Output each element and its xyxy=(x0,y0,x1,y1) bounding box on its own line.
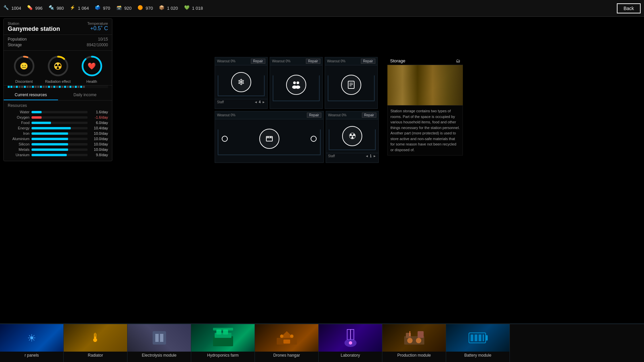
resource-name: Water xyxy=(8,110,30,114)
station-stats: Population 10/15 Storage 8942/10000 xyxy=(4,35,112,51)
repair-button-2[interactable]: Repair xyxy=(306,59,320,64)
staff-controls-5: ◄ 1 ► xyxy=(365,154,376,158)
resource-row: Uranium 9.8/day xyxy=(8,153,108,157)
radiation-label: Radiation effect xyxy=(45,79,70,83)
module-body-1: ❄ xyxy=(215,65,267,99)
svg-point-7 xyxy=(297,81,299,84)
staff-label-1: Staff xyxy=(217,100,224,104)
building-item-hydro[interactable]: Hydroponics farm xyxy=(191,324,255,362)
tab-current-resources[interactable]: Current resources xyxy=(4,90,58,100)
building-item-electrolysis[interactable]: Electrolysis module xyxy=(127,324,191,362)
resource-bar-bg xyxy=(32,111,88,113)
module-top-2: Wearout 0% Repair xyxy=(270,57,322,65)
bottom-bar: ☀ r panels 🌡 Radiator Electrolysis modul… xyxy=(0,323,644,362)
svg-rect-37 xyxy=(418,331,424,338)
staff-count-1: 4 xyxy=(259,100,261,104)
svg-point-9 xyxy=(296,85,300,89)
resource-tabs: Current resources Daily income xyxy=(4,90,112,101)
resource-icon-7: 🟠 xyxy=(138,5,144,12)
module-footer-1: Staff ◄ 4 ► xyxy=(215,99,267,105)
module-card-1: Wearout 0% Repair ❄ Staff ◄ 4 ► xyxy=(215,57,268,109)
module-top-4: Wearout 0% Repair xyxy=(215,111,323,119)
building-image-electrolysis xyxy=(127,324,191,352)
resource-value-2: 996 xyxy=(35,6,43,11)
module-icon-2 xyxy=(286,75,306,95)
resource-row: Iron 10.0/day xyxy=(8,131,108,135)
module-body-5: ☢ xyxy=(326,119,378,153)
resource-value: 10.4/day xyxy=(90,126,108,130)
repair-button-4[interactable]: Repair xyxy=(307,113,321,118)
resource-name: Food xyxy=(8,121,30,125)
staff-controls-1: ◄ 4 ► xyxy=(254,100,265,104)
resource-rows-container: Water 1.6/day Oxygen -1.6/day Food 6.0/d… xyxy=(8,110,108,157)
resource-item: 💊 996 xyxy=(27,5,43,12)
resource-row: Energy 10.4/day xyxy=(8,126,108,130)
repair-button-5[interactable]: Repair xyxy=(362,113,376,118)
building-image-solar: ☀ xyxy=(0,324,63,352)
resource-name: Metals xyxy=(8,147,30,152)
building-item-radiator[interactable]: 🌡 Radiator xyxy=(64,324,127,362)
svg-rect-10 xyxy=(348,81,354,88)
svg-rect-18 xyxy=(153,331,166,345)
staff-next-1[interactable]: ► xyxy=(262,100,265,104)
svg-point-34 xyxy=(349,341,352,345)
building-name-hydro: Hydroponics farm xyxy=(206,352,239,358)
resource-value-9: 1 018 xyxy=(192,6,203,11)
resource-value: 9.8/day xyxy=(90,153,108,157)
staff-prev-1[interactable]: ◄ xyxy=(254,100,258,104)
building-item-battery[interactable]: Battery module xyxy=(446,324,510,362)
resource-bar-bg xyxy=(32,127,88,129)
resource-name: Silicon xyxy=(8,142,30,146)
staff-next-5[interactable]: ► xyxy=(373,154,376,158)
resource-item: 🗳️ 970 xyxy=(95,5,110,12)
resource-row: Food 6.0/day xyxy=(8,121,108,125)
building-item-solar[interactable]: ☀ r panels xyxy=(0,324,64,362)
resource-bar-fill xyxy=(32,148,68,151)
temperature-value: +0.5˚ C xyxy=(87,25,108,32)
building-image-battery xyxy=(446,324,509,352)
resource-bar-fill xyxy=(32,122,51,124)
building-name-lab: Laboratory xyxy=(340,352,361,358)
module-card-3: Wearout 0% Repair xyxy=(325,57,378,109)
resource-icon-4: ⚡ xyxy=(70,5,76,12)
back-button[interactable]: Back xyxy=(617,3,641,13)
resource-name: Iron xyxy=(8,131,30,135)
resource-item: 🔧 1004 xyxy=(3,5,21,12)
resource-value: 10.0/day xyxy=(90,142,108,146)
resource-value: 10.0/day xyxy=(90,137,108,141)
resource-item: 📦 1 020 xyxy=(159,5,178,12)
module-card-5: Wearout 0% Repair ☢ Staff ◄ 1 ► xyxy=(326,111,379,163)
resource-icon-9: 💚 xyxy=(184,5,191,12)
resource-bar-bg xyxy=(32,154,88,156)
svg-point-39 xyxy=(416,338,421,343)
discontent-label: Discontent xyxy=(15,79,33,83)
repair-button-1[interactable]: Repair xyxy=(251,59,265,64)
staff-prev-5[interactable]: ◄ xyxy=(365,154,369,158)
resource-icon-2: 💊 xyxy=(27,5,34,12)
svg-rect-46 xyxy=(483,335,484,341)
storage-icon: 🗂 xyxy=(456,58,460,63)
resource-item: 🟠 970 xyxy=(138,5,153,12)
resource-bar-fill xyxy=(32,111,42,113)
module-icon-4 xyxy=(259,129,279,149)
repair-button-3[interactable]: Repair xyxy=(361,59,375,64)
building-item-lab[interactable]: Laboratory xyxy=(319,324,382,362)
building-item-production[interactable]: Production module xyxy=(382,324,446,362)
svg-rect-42 xyxy=(486,335,488,341)
storage-row: Storage 8942/10000 xyxy=(8,43,108,47)
resource-bar-bg xyxy=(32,143,88,145)
station-label: Station xyxy=(8,21,60,25)
building-item-drones[interactable]: Drones hangar xyxy=(255,324,319,362)
resource-bar-fill xyxy=(32,138,68,140)
svg-rect-28 xyxy=(283,340,290,344)
staff-label-5: Staff xyxy=(328,154,335,158)
resource-bar-fill xyxy=(32,132,68,135)
module-card-4: Wearout 0% Repair xyxy=(215,111,324,163)
resource-bar-bg xyxy=(32,116,88,119)
resources-section: Resources Water 1.6/day Oxygen -1.6/day … xyxy=(4,101,112,161)
module-footer-5: Staff ◄ 1 ► xyxy=(326,153,378,159)
resource-icon-6: 🗃️ xyxy=(116,5,123,12)
storage-image xyxy=(387,65,463,105)
resource-icon-5: 🗳️ xyxy=(95,5,102,12)
tab-daily-income[interactable]: Daily income xyxy=(58,90,112,100)
